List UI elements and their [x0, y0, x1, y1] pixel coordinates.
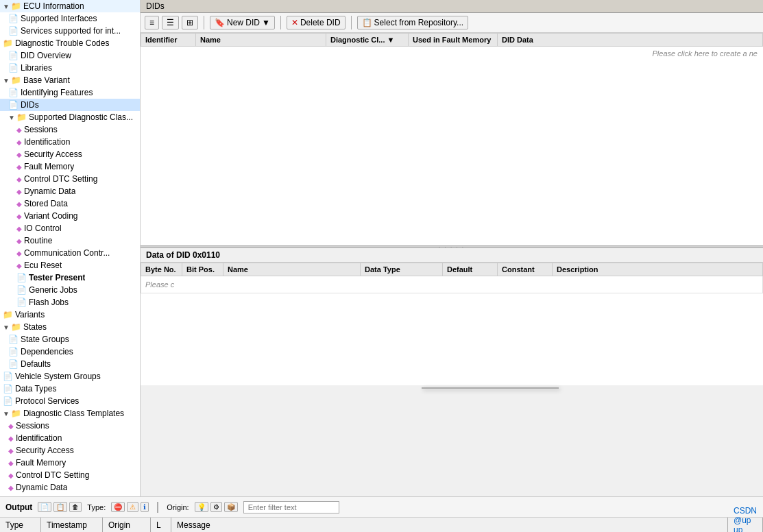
sidebar-item-diagnostic-class-templates[interactable]: ▼📁Diagnostic Class Templates	[0, 407, 140, 420]
sidebar-item-base-variant[interactable]: ▼📁Base Variant	[0, 74, 140, 86]
select-repo-label: Select from Repository...	[374, 18, 464, 27]
origin-icon-3[interactable]: 📦	[224, 502, 238, 512]
sidebar-item-state-groups[interactable]: 📄State Groups	[0, 333, 140, 346]
sidebar-item-stored-data[interactable]: ◆Stored Data	[0, 197, 140, 210]
toolbar-separator-3	[351, 16, 352, 29]
expand-arrow: ▼	[8, 114, 15, 121]
item-label: Supported Diagnostic Clas...	[29, 112, 133, 122]
sidebar-item-identifying-features[interactable]: 📄Identifying Features	[0, 86, 140, 99]
origin-icon-1[interactable]: 💡	[195, 502, 208, 512]
sidebar-item-dids[interactable]: 📄DIDs	[0, 99, 140, 111]
item-icon: ◆	[16, 200, 22, 208]
item-label: Dynamic Data	[24, 186, 75, 196]
item-label: ECU Information	[23, 1, 84, 11]
sidebar-item-control-dtc-setting[interactable]: ◆Control DTC Setting	[0, 173, 140, 185]
view-grid-button[interactable]: ⊞	[182, 16, 198, 29]
sidebar-item-control-dtc-setting[interactable]: ◆Control DTC Setting	[0, 469, 140, 481]
sidebar-item-fault-memory[interactable]: ◆Fault Memory	[0, 160, 140, 173]
sidebar-item-sessions[interactable]: ◆Sessions	[0, 123, 140, 136]
item-label: Stored Data	[24, 199, 68, 208]
output-icons: 📄 📋 🗑	[38, 502, 82, 512]
sidebar-item-libraries[interactable]: 📄Libraries	[0, 62, 140, 74]
sidebar-item-dynamic-data[interactable]: ◆Dynamic Data	[0, 185, 140, 197]
sidebar-item-security-access[interactable]: ◆Security Access	[0, 444, 140, 457]
sidebar-item-vehicle-system-groups[interactable]: 📄Vehicle System Groups	[0, 370, 140, 383]
sidebar-item-generic-jobs[interactable]: 📄Generic Jobs	[0, 284, 140, 296]
item-label: Security Access	[16, 446, 74, 455]
item-icon: 📁	[11, 75, 21, 85]
item-icon: ◆	[16, 249, 22, 257]
item-label: Variant Coding	[24, 211, 78, 221]
sidebar-item-diagnostic-trouble-codes[interactable]: 📁Diagnostic Trouble Codes	[0, 37, 140, 49]
output-icon-3[interactable]: 🗑	[69, 502, 82, 512]
sidebar-item-did-overview[interactable]: 📄DID Overview	[0, 49, 140, 62]
sidebar-item-supported-interfaces[interactable]: 📄Supported Interfaces	[0, 12, 140, 25]
sidebar-item-services-supported-for-int---[interactable]: 📄Services supported for int...	[0, 25, 140, 37]
new-did-dropdown-icon: ▼	[262, 18, 270, 27]
sidebar-item-protocol-services[interactable]: 📄Protocol Services	[0, 395, 140, 407]
sidebar-item-tester-present[interactable]: 📄Tester Present	[0, 271, 140, 284]
toolbar-separator-1	[204, 16, 204, 29]
origin-icon-2[interactable]: ⚙	[210, 502, 222, 512]
sidebar-item-supported-diagnostic-clas---[interactable]: ▼📁Supported Diagnostic Clas...	[0, 111, 140, 123]
content-area: DIDs ≡ ☰ ⊞ 🔖 New DID ▼ ✕ Delete DID	[141, 0, 763, 496]
delete-did-button[interactable]: ✕ Delete DID	[287, 16, 346, 29]
item-label: Control DTC Setting	[16, 470, 89, 480]
item-label: Libraries	[21, 63, 52, 73]
panel-title-text: DIDs	[146, 1, 165, 11]
sidebar-item-dynamic-data[interactable]: ◆Dynamic Data	[0, 481, 140, 494]
item-icon: 📄	[8, 88, 19, 97]
col-name: Name	[196, 34, 326, 47]
output-icon-2[interactable]: 📋	[53, 502, 67, 512]
sidebar-item-security-access[interactable]: ◆Security Access	[0, 148, 140, 160]
new-did-button[interactable]: 🔖 New DID ▼	[210, 16, 275, 29]
sidebar-item-fault-memory[interactable]: ◆Fault Memory	[0, 457, 140, 469]
item-icon: 📄	[8, 359, 19, 369]
sidebar-item-defaults[interactable]: 📄Defaults	[0, 358, 140, 370]
sidebar-item-states[interactable]: ▼📁States	[0, 321, 140, 333]
sidebar-item-ecu-information[interactable]: ▼📁ECU Information	[0, 0, 140, 12]
sidebar-item-communication-contr---[interactable]: ◆Communication Contr...	[0, 247, 140, 259]
did-data-title: Data of DID 0x0110	[141, 248, 763, 263]
toolbar-separator-2	[280, 16, 281, 29]
type-error-btn[interactable]: ⛔	[111, 502, 125, 512]
item-icon: 📄	[16, 298, 27, 307]
sidebar-item-variant-coding[interactable]: ◆Variant Coding	[0, 210, 140, 222]
item-icon: 📄	[16, 285, 27, 295]
col-bit-pos: Bit Pos.	[182, 263, 223, 276]
select-repo-icon: 📋	[362, 18, 372, 27]
view-single-button[interactable]: ☰	[162, 16, 179, 29]
sidebar-item-ecu-reset[interactable]: ◆Ecu Reset	[0, 259, 140, 271]
expand-arrow: ▼	[3, 77, 10, 84]
output-icon-1[interactable]: 📄	[38, 502, 51, 512]
sidebar-item-variants[interactable]: 📁Variants	[0, 309, 140, 321]
item-icon: ◆	[16, 125, 22, 134]
sidebar-item-identification[interactable]: ◆Identification	[0, 432, 140, 444]
did-data-table-container[interactable]: Byte No. Bit Pos. Name Data Type Default…	[141, 263, 763, 385]
delete-did-label: Delete DID	[300, 18, 341, 27]
sidebar-item-data-types[interactable]: 📄Data Types	[0, 383, 140, 395]
status-l-label: L	[156, 520, 161, 530]
sidebar-item-flash-jobs[interactable]: 📄Flash Jobs	[0, 296, 140, 309]
item-label: Diagnostic Trouble Codes	[15, 38, 109, 48]
col-description: Description	[553, 263, 763, 276]
item-icon: 📄	[8, 51, 19, 60]
sidebar-item-routine[interactable]: ◆Routine	[0, 234, 140, 247]
item-label: Base Variant	[23, 75, 70, 85]
sidebar-item-sessions[interactable]: ◆Sessions	[0, 420, 140, 432]
type-info-btn[interactable]: ℹ	[141, 502, 149, 512]
select-repo-button[interactable]: 📋 Select from Repository...	[357, 16, 469, 29]
sidebar-item-dependencies[interactable]: 📄Dependencies	[0, 346, 140, 358]
toolbar: ≡ ☰ ⊞ 🔖 New DID ▼ ✕ Delete DID 📋 Se	[141, 13, 763, 33]
sidebar-item-io-control[interactable]: ◆IO Control	[0, 222, 140, 234]
delete-icon: ✕	[291, 18, 298, 27]
view-list-button[interactable]: ≡	[145, 16, 159, 29]
type-warning-btn[interactable]: ⚠	[127, 502, 138, 512]
did-table-container[interactable]: Identifier Name Diagnostic Cl... ▼ Used …	[141, 33, 763, 245]
status-brand-text: CSDN @up up day	[734, 506, 757, 533]
create-hint[interactable]: Please click here to create a ne	[141, 47, 763, 60]
item-label: States	[23, 322, 47, 332]
sidebar-item-identification[interactable]: ◆Identification	[0, 136, 140, 148]
item-icon: ◆	[8, 471, 14, 479]
filter-input[interactable]	[243, 501, 339, 513]
